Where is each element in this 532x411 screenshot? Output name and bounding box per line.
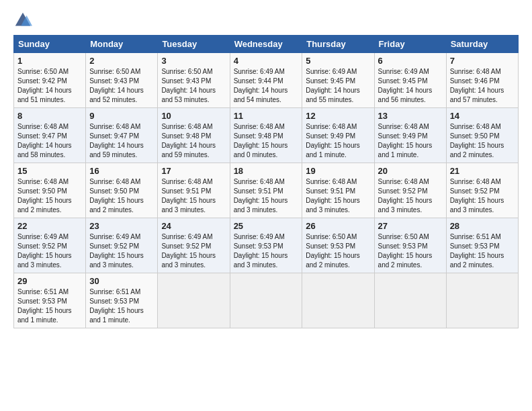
day-info: Sunrise: 6:48 AMSunset: 9:50 PMDaylight:… [450,123,504,158]
calendar-cell: 2 Sunrise: 6:50 AMSunset: 9:43 PMDayligh… [86,53,158,108]
day-info: Sunrise: 6:49 AMSunset: 9:52 PMDaylight:… [17,233,72,269]
day-info: Sunrise: 6:48 AMSunset: 9:46 PMDaylight:… [450,68,504,103]
calendar-cell: 19 Sunrise: 6:48 AMSunset: 9:51 PMDaylig… [302,163,374,218]
day-number: 27 [378,221,443,231]
calendar-cell: 9 Sunrise: 6:48 AMSunset: 9:47 PMDayligh… [86,108,158,163]
calendar-cell: 22 Sunrise: 6:49 AMSunset: 9:52 PMDaylig… [14,218,86,273]
day-info: Sunrise: 6:48 AMSunset: 9:48 PMDaylight:… [161,123,216,158]
calendar-cell: 3 Sunrise: 6:50 AMSunset: 9:43 PMDayligh… [158,53,230,108]
day-info: Sunrise: 6:48 AMSunset: 9:49 PMDaylight:… [378,123,433,158]
logo-icon [13,11,32,30]
logo [13,11,35,30]
day-number: 3 [161,56,226,66]
day-info: Sunrise: 6:48 AMSunset: 9:52 PMDaylight:… [378,178,433,214]
calendar-cell [158,273,230,328]
calendar-cell: 11 Sunrise: 6:48 AMSunset: 9:48 PMDaylig… [230,108,302,163]
calendar-cell: 4 Sunrise: 6:49 AMSunset: 9:44 PMDayligh… [230,53,302,108]
column-header-thursday: Thursday [302,36,374,53]
calendar-cell [374,273,446,328]
day-info: Sunrise: 6:48 AMSunset: 9:47 PMDaylight:… [89,123,144,158]
calendar-cell: 20 Sunrise: 6:48 AMSunset: 9:52 PMDaylig… [374,163,446,218]
day-info: Sunrise: 6:51 AMSunset: 9:53 PMDaylight:… [89,288,144,324]
column-header-wednesday: Wednesday [230,36,302,53]
day-info: Sunrise: 6:48 AMSunset: 9:50 PMDaylight:… [17,178,72,214]
day-info: Sunrise: 6:49 AMSunset: 9:44 PMDaylight:… [234,68,288,103]
day-number: 26 [306,221,370,231]
day-number: 25 [234,221,299,231]
calendar-cell: 6 Sunrise: 6:49 AMSunset: 9:45 PMDayligh… [374,53,446,108]
day-number: 16 [89,166,154,176]
calendar-cell: 21 Sunrise: 6:48 AMSunset: 9:52 PMDaylig… [446,163,518,218]
calendar-cell: 28 Sunrise: 6:51 AMSunset: 9:53 PMDaylig… [446,218,518,273]
day-number: 14 [450,111,515,121]
day-number: 1 [17,56,82,66]
day-number: 24 [161,221,226,231]
column-header-friday: Friday [374,36,446,53]
day-info: Sunrise: 6:48 AMSunset: 9:51 PMDaylight:… [306,178,360,214]
calendar-cell: 13 Sunrise: 6:48 AMSunset: 9:49 PMDaylig… [374,108,446,163]
day-number: 29 [17,276,82,286]
calendar-cell: 18 Sunrise: 6:48 AMSunset: 9:51 PMDaylig… [230,163,302,218]
calendar-cell: 17 Sunrise: 6:48 AMSunset: 9:51 PMDaylig… [158,163,230,218]
calendar-cell: 26 Sunrise: 6:50 AMSunset: 9:53 PMDaylig… [302,218,374,273]
day-number: 4 [234,56,299,66]
calendar-week-3: 15 Sunrise: 6:48 AMSunset: 9:50 PMDaylig… [14,163,519,218]
day-info: Sunrise: 6:48 AMSunset: 9:48 PMDaylight:… [234,123,288,158]
calendar-cell: 8 Sunrise: 6:48 AMSunset: 9:47 PMDayligh… [14,108,86,163]
column-header-monday: Monday [86,36,158,53]
day-number: 12 [306,111,370,121]
column-header-tuesday: Tuesday [158,36,230,53]
day-info: Sunrise: 6:50 AMSunset: 9:42 PMDaylight:… [17,68,72,103]
calendar-week-4: 22 Sunrise: 6:49 AMSunset: 9:52 PMDaylig… [14,218,519,273]
day-info: Sunrise: 6:50 AMSunset: 9:43 PMDaylight:… [89,68,144,103]
calendar-cell: 25 Sunrise: 6:49 AMSunset: 9:53 PMDaylig… [230,218,302,273]
day-number: 28 [450,221,515,231]
day-number: 17 [161,166,226,176]
day-number: 30 [89,276,154,286]
calendar-cell [302,273,374,328]
calendar-cell: 7 Sunrise: 6:48 AMSunset: 9:46 PMDayligh… [446,53,518,108]
calendar-cell: 24 Sunrise: 6:49 AMSunset: 9:52 PMDaylig… [158,218,230,273]
day-number: 21 [450,166,515,176]
day-info: Sunrise: 6:48 AMSunset: 9:49 PMDaylight:… [306,123,360,158]
day-number: 20 [378,166,443,176]
calendar-cell: 16 Sunrise: 6:48 AMSunset: 9:50 PMDaylig… [86,163,158,218]
day-number: 19 [306,166,370,176]
calendar-cell: 29 Sunrise: 6:51 AMSunset: 9:53 PMDaylig… [14,273,86,328]
day-info: Sunrise: 6:49 AMSunset: 9:45 PMDaylight:… [306,68,360,103]
day-number: 9 [89,111,154,121]
column-header-saturday: Saturday [446,36,518,53]
header-row: SundayMondayTuesdayWednesdayThursdayFrid… [14,36,519,53]
calendar-cell: 27 Sunrise: 6:50 AMSunset: 9:53 PMDaylig… [374,218,446,273]
calendar-table: SundayMondayTuesdayWednesdayThursdayFrid… [13,35,519,328]
day-info: Sunrise: 6:49 AMSunset: 9:53 PMDaylight:… [234,233,288,269]
day-number: 7 [450,56,515,66]
day-info: Sunrise: 6:51 AMSunset: 9:53 PMDaylight:… [450,233,504,269]
page-header [13,11,519,30]
calendar-cell [230,273,302,328]
day-info: Sunrise: 6:51 AMSunset: 9:53 PMDaylight:… [17,288,72,324]
calendar-week-2: 8 Sunrise: 6:48 AMSunset: 9:47 PMDayligh… [14,108,519,163]
day-info: Sunrise: 6:48 AMSunset: 9:52 PMDaylight:… [450,178,504,214]
day-info: Sunrise: 6:49 AMSunset: 9:52 PMDaylight:… [161,233,216,269]
day-info: Sunrise: 6:50 AMSunset: 9:53 PMDaylight:… [378,233,433,269]
day-number: 22 [17,221,82,231]
day-info: Sunrise: 6:48 AMSunset: 9:50 PMDaylight:… [89,178,144,214]
calendar-cell: 5 Sunrise: 6:49 AMSunset: 9:45 PMDayligh… [302,53,374,108]
day-number: 23 [89,221,154,231]
calendar-cell: 14 Sunrise: 6:48 AMSunset: 9:50 PMDaylig… [446,108,518,163]
calendar-cell: 30 Sunrise: 6:51 AMSunset: 9:53 PMDaylig… [86,273,158,328]
calendar-week-1: 1 Sunrise: 6:50 AMSunset: 9:42 PMDayligh… [14,53,519,108]
day-number: 18 [234,166,299,176]
day-number: 13 [378,111,443,121]
calendar-cell: 12 Sunrise: 6:48 AMSunset: 9:49 PMDaylig… [302,108,374,163]
day-number: 2 [89,56,154,66]
day-number: 10 [161,111,226,121]
calendar-cell [446,273,518,328]
day-number: 15 [17,166,82,176]
day-info: Sunrise: 6:49 AMSunset: 9:52 PMDaylight:… [89,233,144,269]
calendar-week-5: 29 Sunrise: 6:51 AMSunset: 9:53 PMDaylig… [14,273,519,328]
calendar-cell: 1 Sunrise: 6:50 AMSunset: 9:42 PMDayligh… [14,53,86,108]
day-info: Sunrise: 6:49 AMSunset: 9:45 PMDaylight:… [378,68,433,103]
day-number: 6 [378,56,443,66]
